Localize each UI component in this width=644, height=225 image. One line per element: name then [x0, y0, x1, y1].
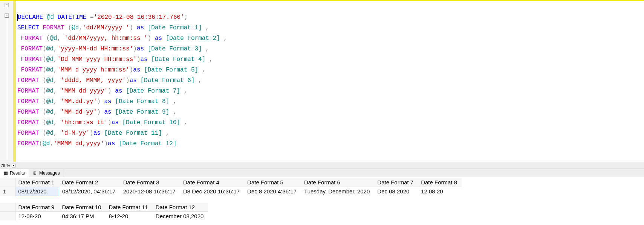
table-row[interactable]: 1 08/12/2020 08/12/2020, 04:36:17 2020-1… — [0, 187, 462, 196]
code-area[interactable]: DECLARE @d DATETIME ='2020-12-08 16:36:1… — [16, 1, 644, 162]
punct: ( — [39, 140, 43, 147]
keyword: as — [93, 130, 101, 137]
alias: [Date Format 9] — [115, 109, 169, 116]
variable: @d — [46, 119, 54, 126]
punct: , — [54, 77, 57, 84]
punct: , — [57, 35, 61, 42]
cell[interactable]: 08/12/2020, 04:36:17 — [59, 187, 120, 196]
keyword: SELECT — [17, 24, 39, 31]
string-literal: 'Dd MMM yyyy HH:mm:ss' — [57, 56, 137, 63]
keyword: as — [155, 35, 162, 42]
punct: , — [195, 77, 202, 84]
cell[interactable]: Tuesday, December, 2020 — [301, 187, 374, 196]
table-header-row: Date Format 1 Date Format 2 Date Format … — [0, 178, 462, 187]
cell[interactable]: December 08,2020 — [153, 212, 208, 221]
alias: [Date Format 3] — [148, 46, 202, 52]
function: FORMAT — [17, 98, 39, 105]
punct: , — [180, 119, 187, 126]
punct: ( — [43, 56, 46, 63]
cell[interactable]: D8 Dec 2020 16:36:17 — [180, 187, 244, 196]
tab-results[interactable]: ▦ Results — [0, 169, 29, 177]
punct: ( — [39, 98, 46, 105]
variable: @d — [50, 35, 57, 42]
cell[interactable]: Dec 8 2020 4:36:17 — [244, 187, 301, 196]
space — [57, 119, 61, 126]
variable: @d — [46, 130, 54, 137]
fold-toggle[interactable]: − — [5, 3, 9, 7]
sql-editor[interactable]: − − DECLARE @d DATETIME ='2020-12-08 16:… — [0, 0, 644, 162]
punct: ) — [108, 119, 112, 126]
keyword: as — [104, 109, 111, 116]
string-literal: 'MM-dd-yy' — [61, 109, 97, 116]
punct: ) — [133, 46, 137, 52]
col-header[interactable]: Date Format 2 — [59, 178, 120, 187]
cell[interactable]: 12.08.20 — [418, 187, 462, 196]
cell[interactable]: Dec 08 2020 — [374, 187, 418, 196]
table-header-row: Date Format 9 Date Format 10 Date Format… — [0, 203, 208, 212]
col-header[interactable]: Date Format 4 — [180, 178, 244, 187]
punct: ( — [39, 77, 46, 84]
col-header[interactable]: Date Format 10 — [59, 203, 106, 212]
keyword: as — [130, 77, 137, 84]
keyword: as — [112, 119, 119, 126]
zoom-dropdown-icon[interactable]: ▾ — [12, 164, 15, 167]
variable: @d — [46, 77, 54, 84]
space — [57, 98, 61, 105]
cell[interactable]: 12-08-20 — [15, 212, 59, 221]
col-header[interactable]: Date Format 9 — [15, 203, 59, 212]
punct: ( — [43, 67, 46, 73]
zoom-bar: 79 % ▾ — [0, 162, 644, 169]
results-grid[interactable]: Date Format 1 Date Format 2 Date Format … — [0, 178, 644, 223]
keyword: as — [115, 88, 122, 94]
string-literal: 'MMM d yyyy h:mm:ss' — [57, 67, 130, 73]
col-header[interactable]: Date Format 7 — [374, 178, 418, 187]
punct: ) — [90, 130, 93, 137]
function: FORMAT — [17, 119, 39, 126]
cell[interactable]: 08/12/2020 — [15, 187, 59, 196]
punct: , — [198, 67, 205, 73]
string-literal: 'dd/MM/yyyy, hh:mm:ss ' — [64, 35, 148, 42]
alias: [Date Format 5] — [144, 67, 198, 73]
space — [57, 88, 61, 94]
col-header[interactable]: Date Format 12 — [153, 203, 208, 212]
function: FORMAT — [21, 46, 43, 52]
tab-label: Results — [10, 170, 25, 176]
punct: ( — [64, 24, 72, 31]
alias: [Date Format 7] — [126, 88, 180, 94]
row-corner — [0, 203, 15, 212]
punct: , — [169, 98, 176, 105]
col-header[interactable]: Date Format 1 — [15, 178, 59, 187]
string-literal: 'MMMM dd,yyyy' — [54, 140, 104, 147]
punct: ) — [130, 24, 133, 31]
punct: , — [162, 130, 169, 137]
alias: [Date Format 12] — [119, 140, 177, 147]
keyword: as — [133, 67, 140, 73]
variable: @d — [46, 88, 54, 94]
cell[interactable]: 8-12-20 — [106, 212, 153, 221]
cell[interactable]: 04:36:17 PM — [59, 212, 106, 221]
punct: ( — [39, 88, 46, 94]
variable: @d — [46, 109, 54, 116]
function: FORMAT — [17, 88, 39, 94]
punct: , — [50, 140, 54, 147]
string-literal: '2020-12-08 16:36:17.760' — [94, 14, 184, 21]
punct: , — [202, 46, 209, 52]
col-header[interactable]: Date Format 6 — [301, 178, 374, 187]
punct: ( — [43, 46, 46, 52]
tab-label: Messages — [39, 170, 60, 176]
function: FORMAT — [17, 109, 39, 116]
punct: ( — [39, 109, 46, 116]
fold-toggle[interactable]: − — [5, 14, 9, 18]
col-header[interactable]: Date Format 11 — [106, 203, 153, 212]
table-row[interactable]: 12-08-20 04:36:17 PM 8-12-20 December 08… — [0, 212, 208, 221]
col-header[interactable]: Date Format 5 — [244, 178, 301, 187]
col-header[interactable]: Date Format 3 — [120, 178, 180, 187]
function: FORMAT — [21, 35, 43, 42]
punct: , — [54, 119, 57, 126]
function: FORMAT — [21, 67, 43, 73]
cell[interactable]: 2020-12-08 16:36:17 — [120, 187, 180, 196]
tab-messages[interactable]: 🗎 Messages — [29, 169, 64, 177]
col-header[interactable]: Date Format 8 — [418, 178, 462, 187]
row-number[interactable]: 1 — [0, 187, 15, 196]
punct: ) — [148, 35, 151, 42]
